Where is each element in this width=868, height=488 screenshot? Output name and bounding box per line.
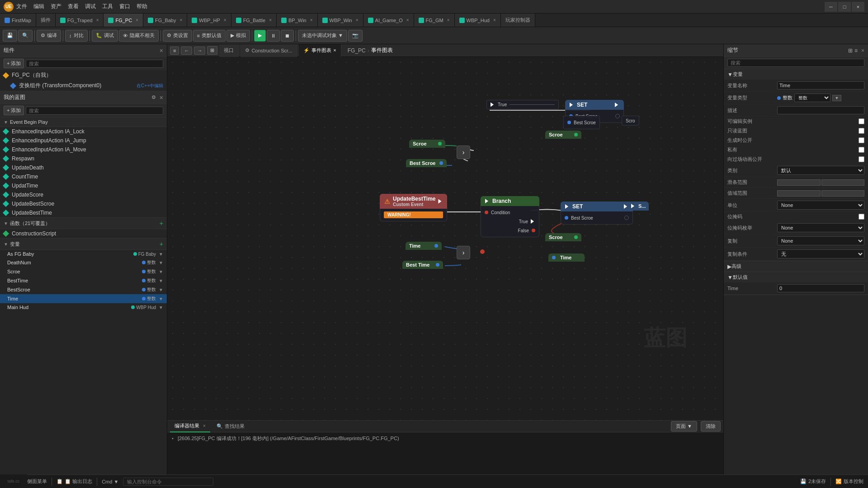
advanced-section-header[interactable]: ▶ 高级 [724, 261, 868, 272]
tab-wbp-win-close[interactable]: × [356, 18, 359, 23]
var-asfgbaby[interactable]: As FG Baby FG Baby ▼ [0, 250, 167, 258]
hide-unrelated-button[interactable]: 👁 隐藏不相关 [119, 30, 159, 42]
debug-filter-button[interactable]: 🐛 调试 [92, 30, 118, 42]
tab-bp-win[interactable]: BP_Win × [277, 14, 318, 27]
blueprint-readonly-checkbox[interactable] [859, 128, 864, 134]
tab-fg-battle-close[interactable]: × [269, 18, 272, 23]
functions-add-icon[interactable]: + [160, 220, 163, 227]
breadcrumb-eventgraph[interactable]: 事件图表 [371, 47, 393, 54]
menu-file[interactable]: 文件 [16, 3, 27, 10]
node-scroe-top[interactable]: Scroe [409, 140, 445, 148]
variable-name-input[interactable] [777, 81, 864, 89]
compile-tab-results[interactable]: 编译器结果 × [170, 421, 210, 432]
instance-editable-checkbox[interactable] [859, 118, 864, 124]
node-best-scroe-top[interactable]: Best Scroe [406, 159, 447, 167]
replication-condition-select[interactable]: 无 [777, 249, 864, 258]
detail-list-view-button[interactable]: ≡ [854, 47, 858, 54]
blueprints-search-input[interactable] [26, 107, 163, 115]
events-section-header[interactable]: ▼ Event Begin Play [0, 117, 167, 127]
var-besttime[interactable]: BestTime 整数 ▼ [0, 276, 167, 285]
breadcrumb-fgpc[interactable]: FG_PC [348, 47, 366, 54]
default-time-input[interactable] [777, 284, 864, 292]
pause-button[interactable]: ⏸ [267, 30, 280, 42]
tab-bp-win-close[interactable]: × [310, 18, 313, 23]
tab-player-controller[interactable]: 玩家控制器 [501, 14, 535, 27]
node-best-time-left[interactable]: Best Time [402, 261, 443, 269]
cpp-edit-link[interactable]: 在C++中编辑 [137, 83, 163, 89]
browse-button[interactable]: 🔍 [18, 30, 33, 42]
minimize-button[interactable]: ─ [825, 2, 837, 12]
detail-panel-close[interactable]: × [861, 47, 864, 54]
unsaved-count[interactable]: 💾 2未保存 [800, 478, 826, 485]
node-best-scroe-right[interactable]: Best Scroe [563, 116, 600, 129]
graph-back-button[interactable]: ← [181, 47, 192, 55]
node-scroe-far-right[interactable]: Scro [622, 116, 639, 126]
replication-select[interactable]: None [777, 236, 864, 245]
defaults-section-header[interactable]: ▼ 默认值 [724, 272, 868, 282]
tab-event-graph-close[interactable]: × [333, 47, 336, 53]
variables-add-icon[interactable]: + [160, 240, 163, 248]
menu-edit[interactable]: 编辑 [33, 3, 44, 10]
variables-section-header[interactable]: ▼ 变量 + [0, 238, 167, 250]
tab-wbp-hp-close[interactable]: × [224, 18, 226, 23]
camera-button[interactable]: 📷 [348, 30, 363, 42]
tab-viewport[interactable]: 视口 [219, 44, 239, 57]
tab-event-graph[interactable]: ⚡ 事件图表 × [299, 44, 341, 57]
compile-tab-find[interactable]: 🔍 查找结果 [212, 421, 249, 432]
play-button[interactable]: ▶ [254, 30, 266, 42]
tab-wbp-hud-close[interactable]: × [493, 18, 496, 23]
console-command-input[interactable] [123, 478, 213, 486]
menu-debug[interactable]: 调试 [85, 3, 96, 10]
menu-view[interactable]: 查看 [68, 3, 79, 10]
stop-button[interactable]: ⏹ [281, 30, 294, 42]
component-transform[interactable]: 变换组件 (TransformComponent0) 在C++中编辑 [0, 80, 167, 91]
private-checkbox[interactable] [859, 147, 864, 153]
node-set-far-right[interactable]: S... [628, 202, 649, 211]
tab-wbp-hp[interactable]: WBP_HP × [187, 14, 231, 27]
tab-wbp-win[interactable]: WBP_Win × [318, 14, 363, 27]
node-update-best-time[interactable]: ⚠ UpdateBestTime Custom Event WARNING! [380, 194, 447, 221]
blueprint-item-updattime[interactable]: UpdatTime [0, 181, 167, 190]
menu-window[interactable]: 窗口 [119, 3, 130, 10]
expose-cinematics-checkbox[interactable] [859, 156, 864, 162]
variable-section-header[interactable]: ▼ 变量 [724, 69, 868, 80]
blueprints-panel-close[interactable]: × [160, 94, 163, 101]
var-time[interactable]: Time 整数 ▼ [0, 294, 167, 303]
debug-object-dropdown[interactable]: 未选中调试对象 ▼ [298, 30, 347, 42]
description-input[interactable] [777, 106, 864, 114]
variable-type-select[interactable]: 整数 [794, 94, 830, 102]
tab-fg-traped-close[interactable]: × [96, 18, 99, 23]
blueprint-item-respawn[interactable]: Respawn [0, 154, 167, 163]
blueprint-item-iajump[interactable]: EnhancedInputAction IA_Jump [0, 136, 167, 145]
output-log-button[interactable]: 📋 📋 输出日志 [57, 478, 92, 485]
variable-type-extra[interactable]: ▼ [832, 95, 841, 101]
blueprint-item-counttime[interactable]: CountTime [0, 172, 167, 181]
components-add-button[interactable]: + 添加 [4, 59, 24, 68]
component-fg-pc[interactable]: FG_PC（自我） [0, 70, 167, 80]
functions-section-header[interactable]: ▼ 函数（21可覆盖） + [0, 217, 167, 229]
node-time[interactable]: Time [548, 253, 585, 262]
compile-tab-results-close[interactable]: × [203, 423, 206, 428]
bitmask-enum-select[interactable]: None [777, 223, 864, 232]
tab-fg-baby[interactable]: FG_Baby × [143, 14, 187, 27]
blueprints-add-button[interactable]: + 添加 [4, 106, 24, 115]
node-set-main[interactable]: SET Best Scroe [561, 202, 633, 225]
node-compare[interactable]: › [457, 145, 470, 159]
graph-home-button[interactable]: ⊞ [207, 46, 217, 55]
node-scroe-mid[interactable]: Scroe [545, 233, 581, 241]
simulate-button[interactable]: ▶ 模拟 [226, 30, 250, 42]
class-settings-button[interactable]: ⚙ 类设置 [163, 30, 192, 42]
category-select[interactable]: 默认 [777, 166, 864, 175]
save-button[interactable]: 💾 [3, 30, 17, 42]
blueprint-item-updatedeath[interactable]: UpdateDeath [0, 163, 167, 172]
tab-fg-battle[interactable]: FG_Battle × [231, 14, 277, 27]
components-panel-close[interactable]: × [160, 47, 163, 54]
blueprint-item-iamove[interactable]: EnhancedInputAction IA_Move [0, 145, 167, 154]
pagination-button[interactable]: 页面 ▼ [671, 421, 697, 432]
node-scroe-right[interactable]: Scroe [545, 131, 581, 139]
menu-tools[interactable]: 工具 [102, 3, 113, 10]
components-search-input[interactable] [26, 60, 163, 68]
detail-grid-view-button[interactable]: ⊞ [848, 47, 853, 54]
graph-nav-left[interactable]: ≡ [170, 47, 179, 55]
units-select[interactable]: None [777, 201, 864, 210]
